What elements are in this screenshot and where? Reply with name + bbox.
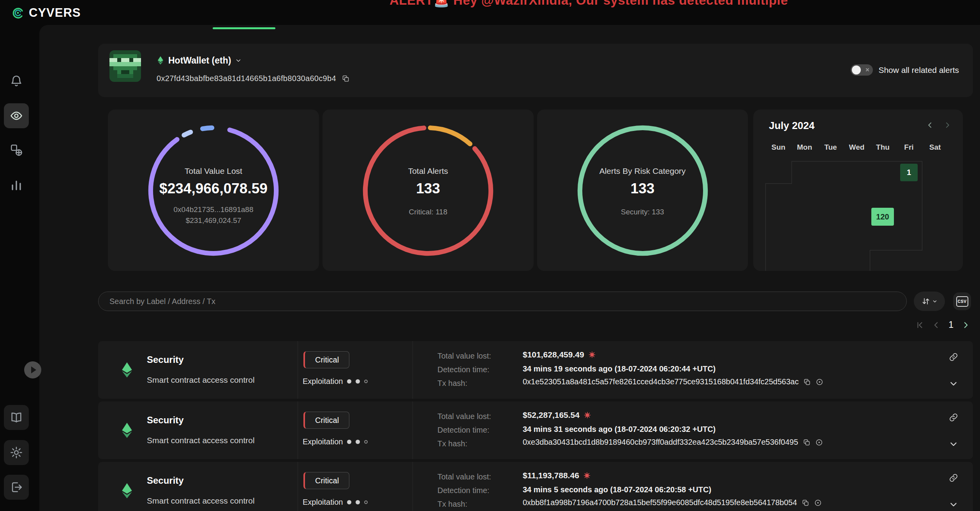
phase-dot-filled (356, 500, 360, 504)
card-sub-address: 0x04b21735...16891a88 (108, 205, 319, 214)
current-page-number[interactable]: 1 (948, 320, 954, 330)
search-input[interactable] (98, 292, 907, 311)
logout-icon (10, 481, 23, 494)
tx-hash-label: Tx hash: (437, 500, 467, 509)
phase-dot-filled (356, 379, 360, 384)
severity-badge: Critical (303, 351, 349, 368)
total-value-lost-card: Total Value Lost $234,966,078.59 0x04b21… (108, 110, 319, 271)
detection-time-value: 34 mins 19 seconds ago (18-07-2024 06:20… (523, 364, 716, 373)
alert-link-icon[interactable] (948, 412, 959, 423)
severity-badge: Critical (303, 412, 349, 429)
calendar-card: July 2024 Sun Mon Tue Wed Thu Fri Sat 1 … (753, 110, 963, 271)
eye-icon (10, 109, 23, 122)
pagination: 1 (916, 320, 970, 330)
analytics-nav-item[interactable] (4, 173, 29, 198)
alert-row[interactable]: Security Smart contract access control C… (98, 401, 973, 459)
calendar-day-cell-low[interactable]: 1 (900, 164, 918, 181)
alert-row[interactable]: Security Smart contract access control C… (98, 341, 973, 399)
brand-logo[interactable]: CYVERS (10, 5, 81, 20)
explorer-icon[interactable] (816, 378, 823, 386)
ethereum-icon (120, 483, 134, 499)
copy-tx-icon[interactable] (803, 378, 811, 386)
alert-link-icon[interactable] (948, 352, 959, 362)
chevron-down-icon (235, 57, 242, 64)
copy-address-icon[interactable] (342, 74, 350, 83)
tx-hash-value: 0xe3dba30431bcd1d8b9189460cb973ff0addf33… (523, 438, 798, 447)
card-value: 133 (537, 180, 748, 197)
gear-icon (10, 446, 23, 459)
main-panel: HotWallet (eth) 0x27fd43babfbe83a81d1466… (39, 25, 980, 511)
wallet-avatar (109, 50, 141, 82)
attack-phase-label: Exploitation (303, 498, 343, 507)
chevron-down-icon (932, 299, 938, 304)
tx-hash-label: Tx hash: (437, 379, 467, 388)
sort-button[interactable] (914, 292, 945, 311)
alert-category: Security (147, 475, 184, 486)
wallet-header-card: HotWallet (eth) 0x27fd43babfbe83a81d1466… (98, 44, 973, 97)
toggle-off-icon (865, 67, 870, 72)
docs-nav-item[interactable] (4, 405, 29, 430)
book-icon (10, 411, 23, 424)
detection-time-label: Detection time: (437, 486, 489, 495)
brand-name: CYVERS (29, 6, 81, 20)
value-lost-amount: $11,193,788.46 (523, 471, 579, 480)
detection-time-value: 34 mins 5 seconds ago (18-07-2024 06:20:… (523, 485, 711, 494)
detection-time-label: Detection time: (437, 365, 489, 374)
ethereum-icon (157, 56, 164, 65)
export-csv-button[interactable]: CSV (953, 292, 971, 310)
copy-tx-icon[interactable] (803, 439, 811, 446)
calendar-day-cell-high[interactable]: 120 (871, 208, 894, 226)
logout-nav-item[interactable] (4, 475, 29, 500)
card-sub-security: Security: 133 (537, 208, 748, 216)
settings-nav-item[interactable] (4, 440, 29, 465)
networks-nav-item[interactable] (4, 138, 29, 163)
card-title: Total Value Lost (108, 166, 319, 176)
alert-link-icon[interactable] (948, 473, 959, 483)
tx-hash-value: 0xbb8f1a998b7196a4700b728a15bef55f99e608… (523, 498, 797, 507)
value-lost-label: Total value lost: (437, 472, 491, 481)
monitoring-nav-item[interactable] (4, 103, 29, 128)
detection-time-label: Detection time: (437, 426, 489, 435)
phase-dot-empty (364, 380, 368, 383)
wallet-selector[interactable]: HotWallet (eth) (157, 54, 242, 67)
virus-icon (588, 351, 596, 359)
detection-time-value: 34 mins 31 seconds ago (18-07-2024 06:20… (523, 425, 716, 434)
alert-subcategory: Smart contract access control (147, 496, 255, 506)
wallet-address: 0x27fd43babfbe83a81d14665b1a6fb8030a60c9… (157, 74, 336, 83)
expand-chevron-icon[interactable] (948, 439, 959, 449)
phase-dot-filled (356, 440, 360, 444)
divider (412, 462, 413, 511)
expand-chevron-icon[interactable] (948, 378, 959, 389)
first-page-icon[interactable] (916, 321, 924, 329)
risk-category-card: Alerts By Risk Category 133 Security: 13… (537, 110, 748, 271)
calendar-month-outline (753, 110, 963, 271)
alert-category: Security (147, 354, 184, 365)
virus-icon (583, 411, 591, 419)
value-lost-amount: $52,287,165.54 (523, 410, 580, 420)
explorer-icon[interactable] (815, 439, 823, 446)
value-lost-label: Total value lost: (437, 352, 491, 361)
card-value: 133 (323, 180, 534, 197)
prev-page-icon[interactable] (932, 321, 941, 329)
sidebar-expand-handle[interactable] (24, 361, 41, 378)
divider (412, 341, 413, 399)
virus-icon (583, 472, 591, 479)
alert-row[interactable]: Security Smart contract access control C… (98, 462, 973, 511)
phase-dot-empty (364, 440, 368, 444)
copy-tx-icon[interactable] (802, 499, 809, 507)
card-sub-amount: $231,469,024.57 (108, 216, 319, 225)
phase-dot-empty (364, 500, 368, 504)
phase-dot-filled (347, 440, 351, 444)
tx-hash-label: Tx hash: (437, 439, 467, 448)
explorer-icon[interactable] (814, 499, 822, 507)
value-lost-label: Total value lost: (437, 412, 491, 421)
total-alerts-card: Total Alerts 133 Critical: 118 (323, 110, 534, 271)
tx-hash-value: 0x1e523051a8a481c5a57fe8261cced4cb3e775c… (523, 377, 798, 386)
notifications-nav-item[interactable] (4, 69, 29, 94)
next-page-icon[interactable] (961, 321, 970, 329)
related-alerts-toggle[interactable] (851, 64, 873, 76)
expand-chevron-icon[interactable] (948, 499, 959, 509)
bar-chart-icon (10, 179, 23, 192)
related-alerts-toggle-label: Show all related alerts (878, 65, 959, 75)
alert-subcategory: Smart contract access control (147, 375, 255, 385)
